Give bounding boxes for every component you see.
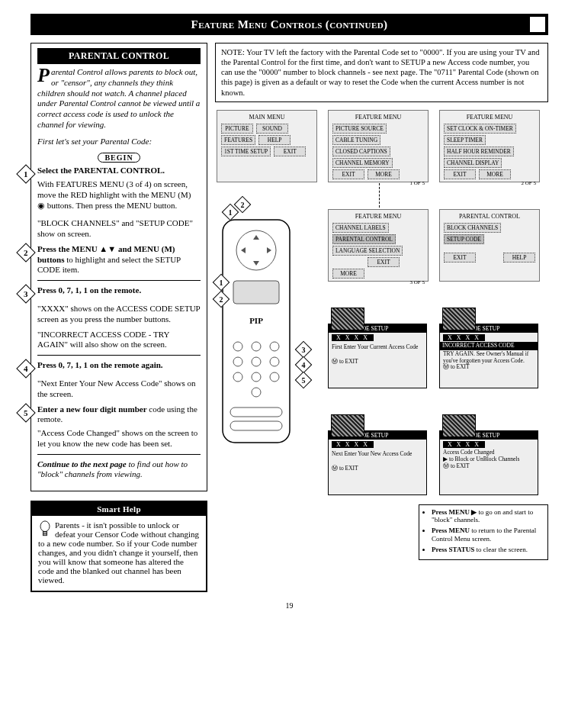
tip1: Press MENU ▶ to go on and start to "bloc… [432,508,543,525]
page-title: Feature Menu Controls (continued) [191,18,388,31]
smart-help-box: Smart Help Parents - it isn't possible t… [30,501,207,592]
tv-image-icon [442,308,476,330]
access-1: ACCESS CODE SETUP X X X X First Enter Yo… [328,324,427,388]
screen-main-menu: MAIN MENU PICTURE SOUND FEATURES HELP 1S… [217,110,317,182]
f3-pager: 3 OF 5 [332,279,425,285]
smart-help-header: Smart Help [32,502,206,516]
p-block: "BLOCK CHANNELS" and "SETUP CODE" show o… [37,218,201,240]
diamond-2: 2 [16,243,35,262]
dropcap: P [37,67,51,84]
tv-image-icon [331,308,364,330]
diamond-1: 1 [16,165,35,184]
parental-control-section: PARENTAL CONTROL P arental Control allow… [30,43,207,491]
pc-b6: HELP [503,253,535,263]
tv-image-icon [331,414,364,437]
pc-title: PARENTAL CONTROL [443,213,536,220]
step-2: 2 Press the MENU ▲▼ and MENU (M) buttons… [37,244,201,275]
f1-b4: CHANNEL MEMORY [332,158,393,168]
lightbulb-icon [38,520,52,539]
smart-help-body: Parents - it isn't possible to unlock or… [38,520,199,585]
page-title-bar: Feature Menu Controls (continued) [30,14,548,35]
f1-b1: PICTURE SOURCE [332,124,387,134]
first-line: First let's set your Parental Code: [37,137,201,147]
a2-exit: to EXIT [451,363,470,370]
svg-point-19 [252,372,261,382]
a3-body: Next Enter Your New Access Code [332,451,423,458]
btn-help: HELP [258,135,291,145]
arrow-icon [379,183,380,208]
f3-b1: CHANNEL LABELS [332,223,389,233]
a4-exit: to EXIT [451,462,470,469]
parental-header: PARENTAL CONTROL [37,48,201,64]
f2-b2: SLEEP TIMER [444,135,486,145]
diagram-area: PIP 1 2 1 2 3 4 5 [215,110,548,598]
f1-b3: CLOSED CAPTIONS [332,147,390,156]
svg-rect-5 [233,281,279,304]
screen-feat1: FEATURE MENU PICTURE SOURCE CABLE TUNING… [328,110,429,182]
svg-rect-4 [223,220,290,443]
p-next: "Next Enter Your New Access Code" shows … [37,378,201,400]
btn-sound: SOUND [256,124,288,134]
svg-point-14 [270,342,279,351]
svg-rect-1 [43,532,47,536]
intro-body: arental Control allows parents to block … [37,67,200,129]
f3-b2: PARENTAL CONTROL [332,234,396,244]
note-box: NOTE: Your TV left the factory with the … [215,43,548,102]
begin-pill: BEGIN [98,153,140,163]
f3-b5: EXIT [368,257,400,267]
step-4: 4 Press 0, 7, 1, 1 on the remote again. [37,360,201,375]
tv-image-icon [442,414,476,437]
diamond-3: 3 [16,284,35,303]
a1-xxxx: X X X X [332,334,374,341]
a4-xxxx: X X X X [443,441,485,448]
svg-point-20 [270,372,279,382]
screen-feat2: FEATURE MENU SET CLOCK & ON-TIMER SLEEP … [439,110,540,182]
page-number: 19 [30,601,548,610]
p-xxxx: "XXXX" shows on the ACCESS CODE SETUP sc… [37,304,201,325]
main-menu-title: MAIN MENU [220,114,313,121]
tip2: Press MENU to return to the Parental Con… [432,527,543,543]
a3-xxxx: X X X X [332,441,374,448]
diamond-5: 5 [16,403,35,422]
f2-b5: EXIT [444,169,476,179]
svg-point-12 [233,342,242,351]
feat1-title: FEATURE MENU [332,114,425,121]
tip3: Press STATUS to clear the screen. [432,546,543,554]
f2-pager: 2 OF 5 [443,180,536,186]
f2-b6: MORE [479,169,511,179]
f1-b2: CABLE TUNING [332,135,380,145]
a1-exit: to EXIT [339,358,358,365]
svg-point-0 [40,521,50,532]
screen-pc: PARENTAL CONTROL BLOCK CHANNELS SETUP CO… [439,209,540,282]
f1-b6: MORE [368,169,400,179]
svg-point-18 [233,372,242,382]
tv-icon [528,15,547,34]
step-5: 5 Enter a new four digit number code usi… [37,404,201,426]
remote-illustration: PIP [220,217,293,446]
p-incorrect: "INCORRECT ACCESS CODE - TRY AGAIN" will… [37,330,201,351]
f1-pager: 1 OF 5 [332,180,425,186]
btn-features: FEATURES [221,135,255,145]
svg-point-21 [252,388,261,397]
step-3: 3 Press 0, 7, 1, 1 on the remote. [37,285,201,301]
access-2: ACCESS CODE SETUP X X X X INCORRECT ACCE… [439,324,538,388]
access-3: ACCESS CODE SETUP X X X X Next Enter You… [328,430,427,495]
svg-point-15 [233,357,242,366]
a2-hdr2: INCORRECT ACCESS CODE [440,342,538,350]
btn-firsttime: 1ST TIME SETUP [221,147,271,156]
f2-b1: SET CLOCK & ON-TIMER [444,124,516,134]
svg-text:PIP: PIP [249,316,263,325]
step5-lead: Enter a new four digit number [37,404,147,414]
btn-exit: EXIT [274,147,306,156]
pc-b5: EXIT [444,253,476,263]
f2-b3: HALF HOUR REMINDER [444,147,514,156]
svg-point-16 [252,357,261,366]
feat3-title: FEATURE MENU [332,213,425,220]
marker-3-icon: 3 [295,340,313,358]
marker-4-icon: 4 [295,356,313,373]
step4-lead: Press 0, 7, 1, 1 on the remote again. [37,360,163,369]
screen-feat3: FEATURE MENU CHANNEL LABELS PARENTAL CON… [328,209,429,282]
a2-body: TRY AGAIN. See Owner's Manual if you've … [443,351,535,364]
f2-b4: CHANNEL DISPLAY [444,158,502,168]
step1-body: With FEATURES MENU (3 of 4) on screen, m… [37,179,201,211]
